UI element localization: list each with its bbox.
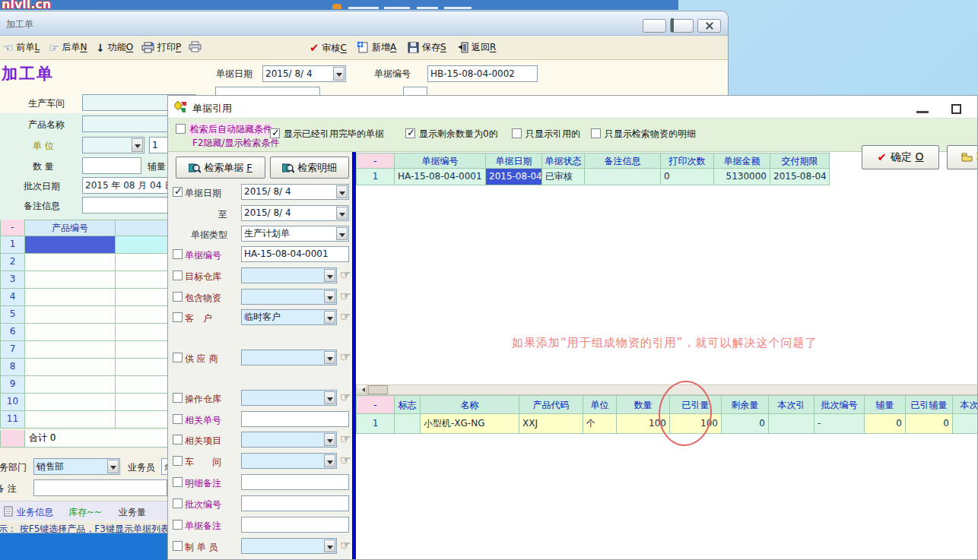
doc-type-combobox[interactable]: 生产计划单 [241,226,349,242]
target-wh-checkbox[interactable] [173,271,183,280]
chevron-down-icon[interactable] [324,290,335,303]
remaining-qty-cell[interactable]: 0 [722,414,769,434]
supplier-checkbox[interactable] [173,353,183,362]
date-to-combobox[interactable]: 2015/ 8/ 4 [241,205,349,221]
pick-hand-icon[interactable]: ☞ [340,268,351,282]
chevron-down-icon[interactable] [336,207,348,220]
doc-remark-cell[interactable] [585,169,661,185]
next-doc-button[interactable]: ☞ 后单N [49,41,87,54]
print-count-cell[interactable]: 0 [661,169,714,185]
dept-combobox[interactable]: 销售部 [33,458,120,475]
target-wh-combobox[interactable] [241,267,337,283]
unit-cell[interactable]: 个 [583,414,617,434]
only-ref-checkbox[interactable] [512,128,522,138]
search-docs-button[interactable]: 检索单据 F [176,157,265,179]
chevron-down-icon[interactable] [324,351,335,364]
cell[interactable] [25,411,116,429]
doc-no-input[interactable]: HB-15-08-04-0002 [427,65,538,82]
this-ref-aux-cell[interactable] [953,414,978,434]
doc-amount-cell[interactable]: 5130000 [714,169,770,185]
chevron-down-icon[interactable] [324,454,335,467]
selected-cell[interactable] [25,236,116,254]
add-button[interactable]: 新增A [357,41,396,54]
cell[interactable] [25,289,116,306]
doc-note-input[interactable] [241,517,349,533]
only-detail-checkbox[interactable] [591,128,601,138]
ok-button[interactable]: ✔ 确定 O [862,145,939,169]
material-checkbox[interactable] [173,292,183,302]
scroll-left-button[interactable] [357,385,367,394]
name-cell[interactable]: 小型机-XG-NG [421,414,519,434]
chevron-down-icon[interactable] [336,227,348,240]
doc-date-combobox[interactable]: 2015/ 8/ 4 [262,65,346,82]
pick-hand-icon[interactable]: ☞ [340,310,351,324]
rel-proj-combobox[interactable] [241,432,337,448]
aux-qty-cell[interactable]: 0 [865,414,906,434]
flag-cell[interactable] [395,414,421,434]
main-window-titlebar[interactable]: 加工单 [0,11,728,36]
supplier-combobox[interactable] [241,350,337,365]
cell[interactable] [25,324,116,341]
rel-proj-checkbox[interactable] [173,435,183,445]
qty-input[interactable] [82,157,141,174]
cell[interactable] [25,359,116,376]
chevron-down-icon[interactable] [333,67,345,81]
pick-hand-icon[interactable]: ☞ [340,432,351,446]
doc-date-cell[interactable]: 2015-08-04 [486,169,542,185]
cell[interactable] [25,254,116,271]
pick-hand-icon[interactable]: ☞ [340,289,351,303]
chevron-down-icon[interactable] [324,391,335,404]
show-used-checkbox[interactable] [270,128,280,138]
auto-hide-checkbox[interactable] [176,124,186,134]
date-checkbox[interactable] [173,187,183,197]
detail-note-checkbox[interactable] [173,477,183,487]
cancel-button[interactable]: 取消 C [947,145,978,169]
customer-checkbox[interactable] [173,312,183,322]
cell[interactable] [25,306,116,324]
maximize-button[interactable] [670,19,694,33]
chevron-down-icon[interactable] [107,460,119,473]
batch-no-input[interactable] [241,495,349,511]
scrollbar-thumb[interactable] [368,385,388,394]
ref-aux-qty-cell[interactable]: 0 [906,414,953,434]
doc-no-cell[interactable]: HA-15-08-04-0001 [395,169,486,185]
cell[interactable] [25,394,116,411]
chevron-down-icon[interactable] [132,138,143,152]
pick-hand-icon[interactable]: ☞ [340,350,351,364]
show-zero-checkbox[interactable] [405,128,415,138]
doc-note-checkbox[interactable] [173,520,183,530]
workshop-combobox[interactable] [241,453,337,469]
dialog-titlebar[interactable]: 单据引用 [168,96,977,119]
save-button[interactable]: 保存S [408,41,446,54]
audit-button[interactable]: ✔ 审核C [310,41,347,55]
workshop-checkbox[interactable] [173,456,183,466]
dialog-maximize-icon[interactable] [951,104,961,114]
chevron-down-icon[interactable] [324,433,335,446]
print-preview-button[interactable] [189,41,202,52]
op-wh-combobox[interactable] [241,390,337,406]
pick-hand-icon[interactable]: ☞ [340,454,351,467]
minimize-button[interactable] [643,19,666,33]
prev-doc-button[interactable]: ☜ 前单L [3,41,40,54]
unit-ratio-input[interactable]: 1 [149,137,169,153]
print-button[interactable]: 打印P [141,41,181,54]
op-wh-checkbox[interactable] [173,393,183,403]
stock-link[interactable]: 库存~~ [68,506,102,519]
business-info-link[interactable]: 业务信息 [17,506,53,519]
back-button[interactable]: 返回R [458,41,496,54]
chevron-down-icon[interactable] [324,539,335,552]
unit-combobox[interactable] [82,137,144,153]
chevron-down-icon[interactable] [324,269,335,282]
note-input[interactable] [33,479,167,496]
doc-no-filter-input[interactable]: HA-15-08-04-0001 [241,246,349,262]
this-ref-cell[interactable] [769,414,814,434]
batch-no-cell[interactable]: - [814,414,865,434]
cell[interactable] [25,376,116,394]
product-code-cell[interactable]: XXJ [519,414,583,434]
rel-no-input[interactable] [241,411,349,427]
doc-status-cell[interactable]: 已审核 [542,169,585,185]
search-detail-button[interactable]: 检索明细 [270,157,349,179]
cell[interactable] [25,271,116,289]
rel-no-checkbox[interactable] [173,414,183,424]
pick-hand-icon[interactable]: ☞ [340,391,351,404]
